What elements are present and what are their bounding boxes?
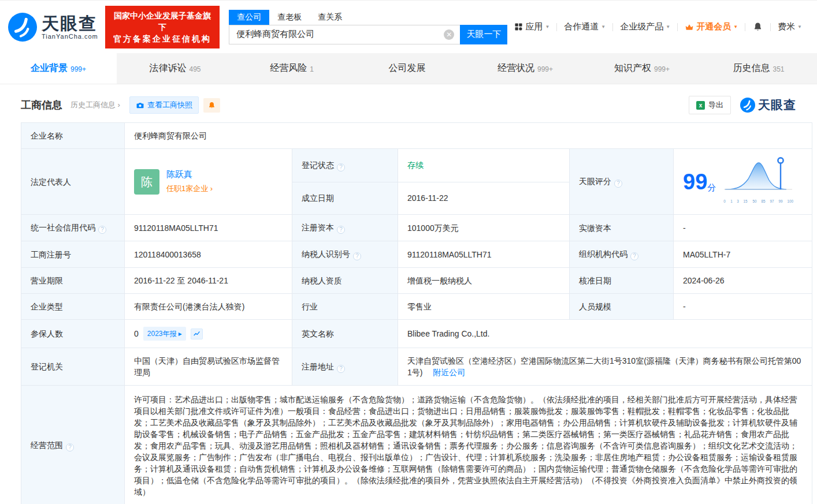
bell-icon bbox=[207, 101, 216, 110]
company-type-value: 有限责任公司(港澳台法人独资) bbox=[125, 294, 292, 320]
reg-address-cell: 天津自贸试验区（空港经济区）空港国际物流区第二大街1号310室(源福隆（天津）商… bbox=[398, 348, 812, 386]
watermark-text: 天眼查 bbox=[758, 97, 796, 113]
search-tab-company[interactable]: 查公司 bbox=[229, 10, 269, 25]
table-row: 参保人数 0 2023年报 ▸ 英文名称 Blibee Trading Co.,… bbox=[21, 320, 812, 348]
english-name-label: 英文名称 bbox=[292, 320, 398, 348]
tab-company-development[interactable]: 公司发展 bbox=[350, 53, 467, 84]
score-label: 天眼评分? bbox=[570, 149, 674, 215]
nav-item-apps[interactable]: 应用▼ bbox=[507, 21, 556, 32]
gov-badge-line1: 国家中小企业发展子基金旗下 bbox=[111, 10, 214, 33]
help-icon[interactable]: ? bbox=[353, 252, 361, 260]
taxpayer-id-label: 纳税人识别号? bbox=[292, 241, 398, 268]
business-info-table: 企业名称 便利蜂商贸有限公司 法定代表人 陈 陈跃真 任职1家企业 › 登记状态… bbox=[21, 122, 812, 504]
insured-count-value: 0 bbox=[134, 328, 139, 339]
help-icon[interactable]: ? bbox=[630, 252, 638, 260]
company-name-value: 便利蜂商贸有限公司 bbox=[125, 123, 812, 149]
gov-badge-line2: 官方备案企业征信机构 bbox=[111, 33, 214, 44]
industry-value: 零售业 bbox=[398, 294, 570, 320]
score-cell[interactable]: 99分 bbox=[674, 149, 812, 215]
apps-grid-icon bbox=[514, 23, 523, 31]
export-button[interactable]: x 导出 bbox=[689, 96, 731, 114]
gov-certification-badge: 国家中小企业发展子基金旗下 官方备案企业征信机构 bbox=[105, 6, 220, 48]
legal-rep-cell: 陈 陈跃真 任职1家企业 › bbox=[125, 149, 292, 215]
nav-item-enterprise[interactable]: 企业级产品▼ bbox=[613, 21, 677, 32]
notification-bell[interactable] bbox=[745, 21, 770, 32]
reg-status-label: 登记状态? bbox=[292, 149, 398, 182]
taxpayer-quality-label: 纳税人资质 bbox=[292, 268, 398, 294]
annual-report-badge[interactable]: 2023年报 ▸ bbox=[143, 327, 186, 341]
score-axis-labels: 01 315 5085 9799 100 bbox=[723, 196, 794, 207]
nav-item-partner[interactable]: 合作通道▼ bbox=[557, 21, 612, 32]
trend-chart-icon[interactable] bbox=[191, 328, 203, 339]
help-icon[interactable]: ? bbox=[337, 365, 345, 373]
tab-intellectual-property[interactable]: 知识产权999+ bbox=[584, 53, 700, 84]
insured-count-label: 参保人数 bbox=[21, 320, 125, 348]
table-row: 统一社会信用代码? 91120118MA05LLTH71 注册资本? 10100… bbox=[21, 215, 812, 241]
business-scope-label: 经营范围? bbox=[21, 386, 125, 504]
help-icon[interactable]: ? bbox=[614, 180, 622, 188]
table-row: 法定代表人 陈 陈跃真 任职1家企业 › 登记状态? 存续 天眼评分? 99分 bbox=[21, 149, 812, 182]
legal-rep-companies-link[interactable]: 任职1家企业 › bbox=[166, 183, 213, 195]
reg-capital-label: 注册资本? bbox=[292, 215, 398, 241]
table-row: 企业类型 有限责任公司(港澳台法人独资) 行业 零售业 人员规模 - bbox=[21, 294, 812, 320]
help-icon[interactable]: ? bbox=[66, 443, 74, 451]
help-icon[interactable]: ? bbox=[98, 226, 106, 234]
tab-business-background[interactable]: 企业背景999+ bbox=[0, 53, 117, 84]
tab-operation-risk[interactable]: 经营风险1 bbox=[233, 53, 350, 84]
legal-rep-name-link[interactable]: 陈跃真 bbox=[166, 169, 213, 180]
business-term-value: 2016-11-22 至 2046-11-21 bbox=[125, 268, 292, 294]
monitor-bell-button[interactable] bbox=[203, 98, 220, 113]
search-area: 查公司 查老板 查关系 ✕ 天眼一下 bbox=[229, 10, 507, 44]
search-input[interactable] bbox=[229, 25, 460, 44]
table-row: 营业期限 2016-11-22 至 2046-11-21 纳税人资质 增值税一般… bbox=[21, 268, 812, 294]
excel-icon: x bbox=[696, 101, 705, 110]
reg-number-label: 工商注册号 bbox=[21, 241, 125, 268]
reg-address-label: 注册地址? bbox=[292, 348, 398, 386]
paid-capital-label: 实缴资本 bbox=[570, 215, 674, 241]
watermark-logo: 天眼查 bbox=[740, 97, 796, 113]
top-header: 天眼查 TianYanCha.com 国家中小企业发展子基金旗下 官方备案企业征… bbox=[0, 0, 817, 53]
approval-date-value: 2024-06-26 bbox=[674, 268, 812, 294]
history-business-info-link[interactable]: 历史工商信息 › bbox=[70, 100, 120, 110]
nearby-companies-link[interactable]: 附近公司 bbox=[433, 368, 465, 377]
org-code-value: MA05LLTH-7 bbox=[674, 241, 812, 268]
avatar[interactable]: 陈 bbox=[134, 169, 159, 195]
tab-history-info[interactable]: 历史信息351 bbox=[700, 53, 817, 84]
score-marker-pin bbox=[778, 158, 783, 163]
est-date-label: 成立日期 bbox=[292, 182, 398, 214]
tianyancha-logo[interactable]: 天眼查 TianYanCha.com bbox=[8, 13, 98, 42]
nav-item-vip[interactable]: 开通会员▼ bbox=[678, 21, 745, 32]
crown-icon bbox=[685, 23, 694, 32]
search-tab-boss[interactable]: 查老板 bbox=[269, 10, 310, 25]
business-scope-value: 许可项目：艺术品进出口；出版物零售；城市配送运输服务（不含危险货物）；道路货物运… bbox=[125, 386, 812, 504]
tab-operation-status[interactable]: 经营状况999+ bbox=[467, 53, 584, 84]
est-date-value: 2016-11-22 bbox=[398, 182, 570, 214]
approval-date-label: 核准日期 bbox=[570, 268, 674, 294]
industry-label: 行业 bbox=[292, 294, 398, 320]
view-snapshot-button[interactable]: 查看工商快照 bbox=[129, 96, 199, 114]
logo-title: 天眼查 bbox=[42, 14, 98, 33]
reg-status-value: 存续 bbox=[398, 149, 570, 182]
chevron-down-icon: ▼ bbox=[601, 24, 606, 29]
staff-size-value: - bbox=[674, 294, 812, 320]
company-type-label: 企业类型 bbox=[21, 294, 125, 320]
table-row: 企业名称 便利蜂商贸有限公司 bbox=[21, 123, 812, 149]
table-row: 经营范围? 许可项目：艺术品进出口；出版物零售；城市配送运输服务（不含危险货物）… bbox=[21, 386, 812, 504]
tab-legal-proceedings[interactable]: 法律诉讼495 bbox=[117, 53, 233, 84]
search-button[interactable]: 天眼一下 bbox=[460, 25, 507, 44]
search-tab-relation[interactable]: 查关系 bbox=[310, 10, 350, 25]
clear-icon[interactable]: ✕ bbox=[444, 29, 454, 40]
org-code-label: 组织机构代码? bbox=[570, 241, 674, 268]
nav-item-user[interactable]: 费米▼ bbox=[771, 21, 809, 32]
help-icon[interactable]: ? bbox=[337, 226, 345, 234]
help-icon[interactable]: ? bbox=[337, 163, 345, 171]
insured-count-cell: 0 2023年报 ▸ bbox=[125, 320, 292, 348]
chevron-down-icon: ▼ bbox=[797, 24, 802, 29]
chevron-down-icon: ▼ bbox=[733, 24, 738, 29]
chevron-down-icon: ▼ bbox=[666, 24, 670, 29]
camera-icon bbox=[136, 101, 144, 110]
reg-authority-label: 登记机关 bbox=[21, 348, 125, 386]
reg-address-value: 天津自贸试验区（空港经济区）空港国际物流区第二大街1号310室(源福隆（天津）商… bbox=[407, 356, 801, 377]
taxpayer-id-value: 91120118MA05LLTH71 bbox=[398, 241, 570, 268]
business-term-label: 营业期限 bbox=[21, 268, 125, 294]
